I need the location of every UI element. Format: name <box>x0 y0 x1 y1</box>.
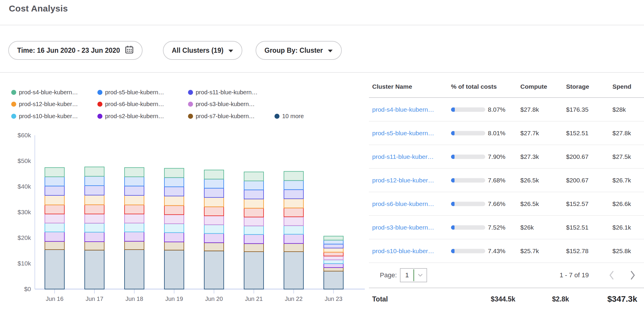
bar-segment[interactable] <box>164 196 184 205</box>
bar-segment[interactable] <box>125 241 144 250</box>
bar-segment[interactable] <box>284 189 303 199</box>
bar-segment[interactable] <box>204 251 224 289</box>
bar-segment[interactable] <box>284 243 303 252</box>
bar-segment[interactable] <box>164 233 184 242</box>
bar-segment[interactable] <box>85 250 104 289</box>
bar-segment[interactable] <box>45 250 64 289</box>
bar-segment[interactable] <box>324 263 343 267</box>
bar-segment[interactable] <box>85 167 104 176</box>
bar-segment[interactable] <box>284 181 303 190</box>
bar-segment[interactable] <box>324 260 343 264</box>
bar-segment[interactable] <box>204 243 224 251</box>
bar-segment[interactable] <box>324 252 343 256</box>
legend-item[interactable]: prod-s2-blue-kubern… <box>97 112 164 120</box>
bar-segment[interactable] <box>204 179 224 188</box>
bar-segment[interactable] <box>45 214 64 223</box>
bar-segment[interactable] <box>125 214 144 223</box>
bar-segment[interactable] <box>45 223 64 232</box>
bar-segment[interactable] <box>85 214 104 223</box>
bar-segment[interactable] <box>125 232 144 241</box>
bar-segment[interactable] <box>85 195 104 205</box>
bar-segment[interactable] <box>204 197 224 207</box>
bar-segment[interactable] <box>45 186 64 195</box>
bar-segment[interactable] <box>85 242 104 250</box>
bar-segment[interactable] <box>164 242 184 250</box>
bar-segment[interactable] <box>324 271 343 289</box>
previous-page-button[interactable] <box>606 269 617 281</box>
bar-segment[interactable] <box>204 216 224 225</box>
bar-segment[interactable] <box>125 205 144 214</box>
cluster-name-link[interactable]: prod-s10-blue-kuber… <box>372 248 434 255</box>
bar-segment[interactable] <box>85 205 104 214</box>
bar-segment[interactable] <box>244 190 264 199</box>
bar-segment[interactable] <box>125 177 144 186</box>
bar-segment[interactable] <box>284 199 303 208</box>
bar-segment[interactable] <box>284 217 303 226</box>
bar-segment[interactable] <box>244 217 264 226</box>
bar-segment[interactable] <box>85 223 104 232</box>
bar-segment[interactable] <box>164 178 184 187</box>
bar-segment[interactable] <box>164 224 184 233</box>
bar-segment[interactable] <box>164 187 184 196</box>
bar-segment[interactable] <box>204 207 224 216</box>
group-by-dropdown[interactable]: Group By: Cluster <box>256 41 342 60</box>
bar-segment[interactable] <box>244 235 264 244</box>
bar-segment[interactable] <box>244 172 264 181</box>
bar-segment[interactable] <box>284 208 303 217</box>
bar-segment[interactable] <box>45 232 64 241</box>
bar-segment[interactable] <box>164 168 184 177</box>
cluster-name-link[interactable]: prod-s3-blue-kubern… <box>372 224 434 231</box>
bar-segment[interactable] <box>85 232 104 242</box>
bar-segment[interactable] <box>204 225 224 234</box>
time-range-button[interactable]: Time: 16 Jun 2020 - 23 Jun 2020 <box>8 41 143 60</box>
bar-segment[interactable] <box>125 223 144 232</box>
legend-item[interactable]: prod-s3-blue-kubern… <box>188 100 255 108</box>
next-page-button[interactable] <box>627 269 639 281</box>
bar-segment[interactable] <box>125 250 144 289</box>
bar-segment[interactable] <box>324 268 343 271</box>
cluster-name-link[interactable]: prod-s5-blue-kubern… <box>372 130 434 137</box>
cluster-filter-dropdown[interactable]: All Clusters (19) <box>163 41 242 60</box>
bar-segment[interactable] <box>244 252 264 289</box>
bar-segment[interactable] <box>164 215 184 224</box>
cluster-name-link[interactable]: prod-s11-blue-kuber… <box>372 153 434 160</box>
page-select[interactable]: 1 <box>400 268 427 282</box>
bar-segment[interactable] <box>125 195 144 205</box>
bar-segment[interactable] <box>244 244 264 252</box>
legend-item[interactable]: prod-s10-blue-kuber… <box>11 112 78 120</box>
bar-segment[interactable] <box>204 188 224 197</box>
bar-segment[interactable] <box>204 170 224 179</box>
bar-segment[interactable] <box>324 236 343 240</box>
bar-segment[interactable] <box>284 172 303 181</box>
bar-segment[interactable] <box>324 248 343 252</box>
legend-item[interactable]: prod-s4-blue-kubern… <box>11 88 78 96</box>
bar-segment[interactable] <box>164 205 184 215</box>
bar-segment[interactable] <box>125 186 144 195</box>
bar-segment[interactable] <box>85 186 104 195</box>
cluster-name-link[interactable]: prod-s6-blue-kubern… <box>372 200 434 207</box>
legend-item[interactable]: prod-s6-blue-kubern… <box>97 100 164 108</box>
bar-segment[interactable] <box>324 244 343 248</box>
bar-segment[interactable] <box>244 208 264 217</box>
bar-segment[interactable] <box>244 226 264 235</box>
bar-segment[interactable] <box>85 176 104 186</box>
legend-item[interactable]: prod-s11-blue-kubern… <box>188 88 258 96</box>
bar-segment[interactable] <box>244 199 264 208</box>
bar-segment[interactable] <box>45 168 64 177</box>
bar-segment[interactable] <box>324 240 343 244</box>
cluster-name-link[interactable]: prod-s12-blue-kuber… <box>372 177 434 184</box>
legend-item[interactable]: prod-s12-blue-kuber… <box>11 100 78 108</box>
bar-segment[interactable] <box>45 241 64 250</box>
bar-segment[interactable] <box>45 195 64 205</box>
bar-segment[interactable] <box>45 205 64 214</box>
cluster-name-link[interactable]: prod-s4-blue-kubern… <box>372 106 434 113</box>
bar-segment[interactable] <box>284 226 303 234</box>
bar-segment[interactable] <box>284 234 303 243</box>
legend-item[interactable]: prod-s5-blue-kubern… <box>97 88 164 96</box>
legend-item[interactable]: prod-s7-blue-kubern… <box>188 112 255 120</box>
legend-item[interactable]: 10 more <box>274 112 304 120</box>
bar-segment[interactable] <box>204 233 224 243</box>
bar-segment[interactable] <box>324 256 343 260</box>
bar-segment[interactable] <box>284 252 303 289</box>
bar-segment[interactable] <box>125 168 144 177</box>
